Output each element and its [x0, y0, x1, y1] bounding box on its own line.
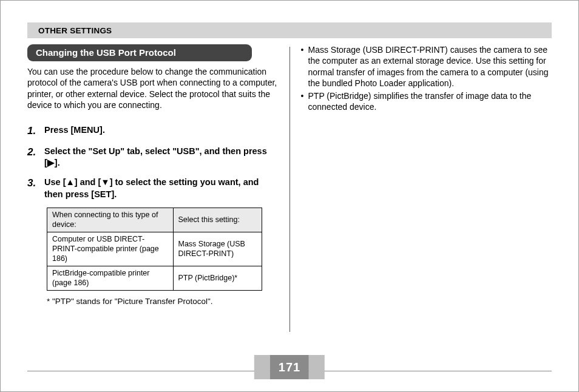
step-1: 1. Press [MENU].	[27, 124, 279, 138]
step-2: 2. Select the "Set Up" tab, select "USB"…	[27, 146, 279, 169]
page-number-badge: 171	[254, 355, 325, 379]
section-header-bar: OTHER SETTINGS	[27, 22, 552, 38]
step-text: Use [▲] and [▼] to select the setting yo…	[44, 177, 279, 200]
table-header-row: When connecting to this type of device: …	[47, 208, 262, 232]
down-triangle-icon: ▼	[101, 177, 109, 187]
step-text-fragment: Select the "Set Up" tab, select "USB", a…	[44, 146, 267, 168]
table-header-cell: When connecting to this type of device:	[47, 208, 174, 232]
section-header-text: OTHER SETTINGS	[38, 26, 112, 35]
right-column: Mass Storage (USB DIRECT-PRINT) causes t…	[290, 44, 552, 332]
list-item: PTP (PictBridge) simplifies the transfer…	[301, 90, 552, 113]
step-number: 3.	[27, 177, 44, 200]
intro-paragraph: You can use the procedure below to chang…	[27, 66, 279, 111]
bullet-list: Mass Storage (USB DIRECT-PRINT) causes t…	[301, 44, 552, 113]
step-text: Press [MENU].	[44, 124, 105, 138]
step-text: Select the "Set Up" tab, select "USB", a…	[44, 146, 279, 169]
step-text-fragment: Use [	[44, 177, 66, 187]
step-number: 1.	[27, 124, 44, 138]
table-header-cell: Select this setting:	[173, 208, 262, 232]
step-3: 3. Use [▲] and [▼] to select the setting…	[27, 177, 279, 200]
table-row: Computer or USB DIRECT-PRINT-compatible …	[47, 232, 262, 266]
procedure-steps: 1. Press [MENU]. 2. Select the "Set Up" …	[27, 124, 279, 200]
subsection-title-text: Changing the USB Port Protocol	[36, 47, 176, 58]
table-row: PictBridge-compatible printer (page 186)…	[47, 266, 262, 291]
table-cell: PictBridge-compatible printer (page 186)	[47, 266, 174, 291]
page-footer: 171	[27, 355, 552, 379]
step-text-fragment: ].	[55, 158, 60, 167]
up-triangle-icon: ▲	[66, 177, 74, 187]
badge-side	[254, 355, 270, 379]
table-cell: PTP (PictBridge)*	[173, 266, 262, 291]
left-column: Changing the USB Port Protocol You can u…	[27, 44, 290, 332]
settings-table: When connecting to this type of device: …	[47, 208, 262, 291]
step-text-fragment: ] and [	[75, 177, 101, 187]
table-cell: Mass Storage (USB DIRECT-PRINT)	[173, 232, 262, 266]
list-item: Mass Storage (USB DIRECT-PRINT) causes t…	[301, 44, 552, 89]
step-number: 2.	[27, 146, 44, 169]
two-column-layout: Changing the USB Port Protocol You can u…	[27, 44, 552, 332]
manual-page: OTHER SETTINGS Changing the USB Port Pro…	[0, 0, 579, 392]
table-cell: Computer or USB DIRECT-PRINT-compatible …	[47, 232, 174, 266]
page-number: 171	[270, 355, 309, 379]
right-triangle-icon: ▶	[47, 158, 55, 167]
table-footnote: * "PTP" stands for "Picture Transfer Pro…	[47, 297, 279, 306]
badge-side	[309, 355, 325, 379]
subsection-title: Changing the USB Port Protocol	[27, 44, 252, 61]
